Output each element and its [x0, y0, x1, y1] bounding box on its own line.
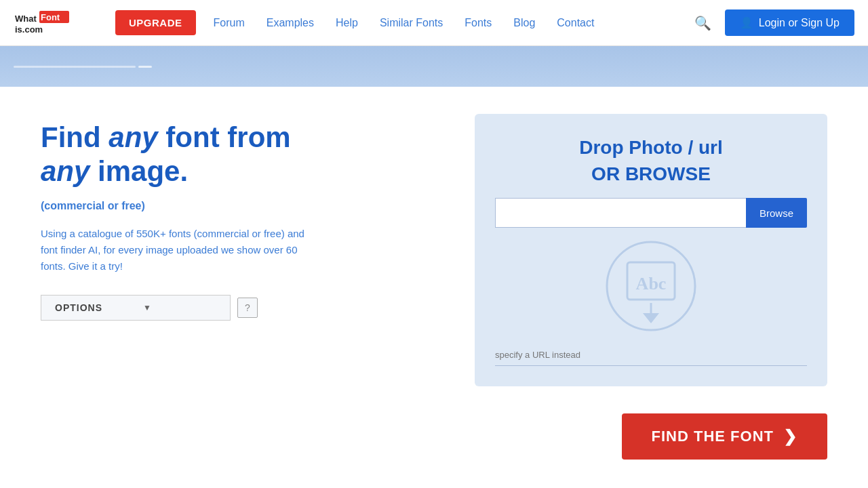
nav-blog[interactable]: Blog — [502, 17, 546, 29]
svg-marker-8 — [643, 313, 659, 323]
login-button[interactable]: 👤 Login or Sign Up — [725, 9, 854, 36]
svg-text:Abc: Abc — [636, 274, 667, 293]
find-font-button[interactable]: FIND THE FONT ❯ — [622, 413, 827, 460]
main-card: Find any font from any image. (commercia… — [14, 87, 854, 407]
options-bar: OPTIONS ▼ ? — [41, 295, 434, 321]
nav-fonts[interactable]: Fonts — [454, 17, 502, 29]
user-icon: 👤 — [740, 16, 753, 29]
main-nav: Forum Examples Help Similar Fonts Fonts … — [203, 17, 684, 29]
browse-row: Browse — [495, 198, 807, 228]
file-path-input[interactable] — [495, 198, 746, 228]
nav-examples[interactable]: Examples — [256, 17, 325, 29]
bottom-area: FIND THE FONT ❯ — [14, 407, 854, 460]
browse-button[interactable]: Browse — [746, 198, 807, 228]
question-icon: ? — [245, 302, 250, 313]
nav-contact[interactable]: Contact — [546, 17, 605, 29]
drop-zone-panel[interactable]: Drop Photo / url OR BROWSE Browse Abc — [475, 114, 827, 386]
search-button[interactable]: 🔍 — [689, 12, 717, 34]
nav-similar-fonts[interactable]: Similar Fonts — [369, 17, 454, 29]
upgrade-button[interactable]: UPGRADE — [115, 10, 196, 35]
arrow-right-icon: ❯ — [783, 427, 797, 446]
svg-text:is.com: is.com — [15, 24, 43, 35]
help-button[interactable]: ? — [237, 298, 258, 318]
svg-text:What: What — [15, 14, 37, 24]
find-font-label: FIND THE FONT — [652, 428, 774, 445]
subheadline: (commercial or free) — [41, 200, 434, 212]
logo-area: What Font is.com — [14, 8, 102, 38]
description: Using a catalogue of 550K+ fonts (commer… — [41, 226, 312, 274]
headline-find: Find — [41, 121, 108, 153]
left-panel: Find any font from any image. (commercia… — [41, 114, 434, 321]
headline-image: image. — [90, 155, 188, 187]
nav-help[interactable]: Help — [325, 17, 369, 29]
options-label: OPTIONS — [55, 302, 102, 313]
header: What Font is.com UPGRADE Forum Examples … — [0, 0, 868, 46]
chevron-down-icon: ▼ — [143, 303, 152, 312]
headline-font-from: font from — [158, 121, 291, 153]
options-dropdown[interactable]: OPTIONS ▼ — [41, 295, 231, 321]
drop-title: Drop Photo / url OR BROWSE — [579, 134, 723, 187]
banner-strip — [0, 46, 868, 87]
headline-any1: any — [108, 121, 157, 153]
logo[interactable]: What Font is.com — [14, 8, 102, 38]
search-icon: 🔍 — [694, 16, 711, 30]
svg-text:Font: Font — [41, 12, 60, 22]
main-headline: Find any font from any image. — [41, 121, 434, 189]
headline-any2: any — [41, 155, 90, 187]
url-input[interactable] — [495, 344, 807, 366]
nav-forum[interactable]: Forum — [203, 17, 256, 29]
font-drop-icon: Abc — [604, 239, 698, 333]
